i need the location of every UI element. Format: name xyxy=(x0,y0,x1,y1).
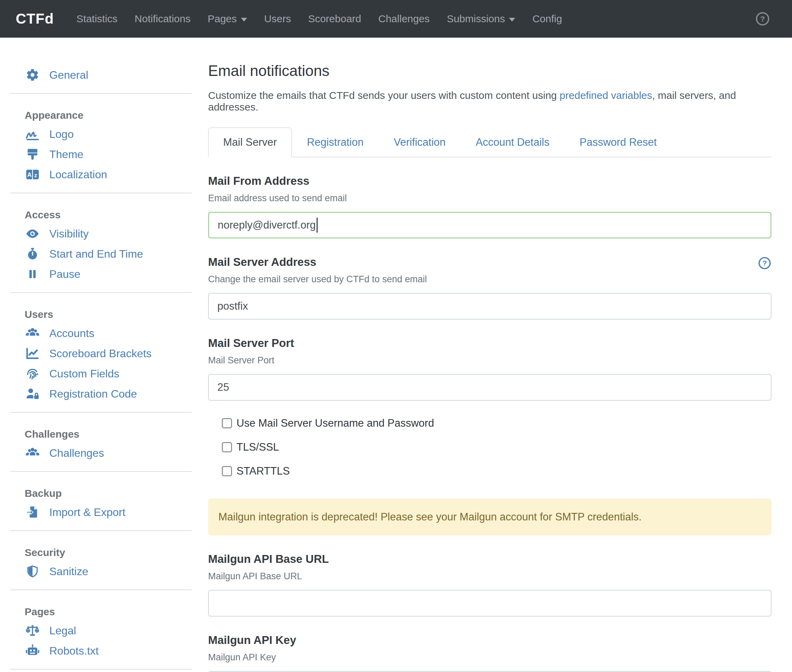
gear-icon xyxy=(25,68,40,82)
field-help-text: Mail Server Port xyxy=(208,355,771,366)
field-label: Mail From Address xyxy=(208,174,771,187)
page-title: Email notifications xyxy=(208,62,771,79)
checkbox-icon[interactable] xyxy=(222,442,232,452)
user-lock-icon xyxy=(25,387,40,401)
sidebar-item-legal[interactable]: Legal xyxy=(10,623,192,638)
tab-account-details[interactable]: Account Details xyxy=(461,127,564,157)
top-navbar: CTFd Statistics Notifications Pages User… xyxy=(0,0,792,38)
balance-scale-icon xyxy=(25,623,40,638)
signature-icon xyxy=(25,127,40,141)
help-question-circle-icon[interactable]: ? xyxy=(758,256,771,270)
sidebar-header-pages: Pages xyxy=(10,606,192,618)
nav-item-scoreboard[interactable]: Scoreboard xyxy=(308,13,361,25)
checkbox-icon[interactable] xyxy=(222,466,232,476)
nav-item-submissions[interactable]: Submissions xyxy=(447,13,515,25)
svg-text:z: z xyxy=(34,172,37,179)
shield-icon xyxy=(25,564,40,579)
sidebar-item-localization[interactable]: Az Localization xyxy=(10,167,192,182)
sidebar-header-backup: Backup xyxy=(10,488,192,499)
sidebar-item-custom-fields[interactable]: Custom Fields xyxy=(10,366,192,381)
tab-verification[interactable]: Verification xyxy=(378,127,461,157)
nav-item-pages[interactable]: Pages xyxy=(208,13,247,25)
sidebar-item-scoreboard-brackets[interactable]: Scoreboard Brackets xyxy=(10,346,192,361)
mail-options-checkboxes: Use Mail Server Username and Password TL… xyxy=(222,417,771,477)
field-help-text: Change the email server used by CTFd to … xyxy=(208,274,771,285)
sidebar-header-access: Access xyxy=(10,209,192,221)
pause-icon xyxy=(25,267,40,281)
users-icon xyxy=(25,446,40,460)
main-content: Email notifications Customize the emails… xyxy=(197,38,792,672)
fingerprint-icon xyxy=(25,366,40,381)
field-label: Mail Server Address xyxy=(208,256,316,269)
sidebar-divider xyxy=(10,471,192,472)
sidebar-item-general[interactable]: General xyxy=(10,68,192,82)
sidebar-header-appearance: Appearance xyxy=(10,109,192,121)
field-label: Mailgun API Base URL xyxy=(208,553,771,566)
mail-from-address-input[interactable]: noreply@diverctf.org xyxy=(208,212,771,238)
field-help-text: Mailgun API Base URL xyxy=(208,571,771,582)
tab-registration[interactable]: Registration xyxy=(292,127,378,157)
sidebar-item-theme[interactable]: Theme xyxy=(10,147,192,162)
svg-text:?: ? xyxy=(760,14,765,23)
sidebar-item-start-end-time[interactable]: Start and End Time xyxy=(10,247,192,261)
sidebar-divider xyxy=(10,530,192,531)
sidebar-item-registration-code[interactable]: Registration Code xyxy=(10,387,192,401)
sidebar-item-robots-txt[interactable]: Robots.txt xyxy=(10,643,192,658)
sidebar-item-sanitize[interactable]: Sanitize xyxy=(10,564,192,579)
users-icon xyxy=(25,326,40,341)
nav-item-users[interactable]: Users xyxy=(264,13,291,25)
field-help-text: Email address used to send email xyxy=(208,193,771,203)
field-help-text: Mailgun API Key xyxy=(208,652,771,663)
sidebar-header-users: Users xyxy=(10,309,192,320)
mailgun-api-base-url-input[interactable] xyxy=(208,590,771,616)
field-mailgun-api-key: Mailgun API Key Mailgun API Key xyxy=(208,634,771,672)
nav-item-statistics[interactable]: Statistics xyxy=(76,13,117,25)
sidebar-header-challenges: Challenges xyxy=(10,429,192,440)
sidebar-item-pause[interactable]: Pause xyxy=(10,267,192,281)
robot-icon xyxy=(25,643,40,658)
eye-icon xyxy=(25,227,40,241)
sidebar-divider xyxy=(10,669,192,670)
field-mail-server-address: Mail Server Address ? Change the email s… xyxy=(208,256,771,320)
sidebar-item-challenges[interactable]: Challenges xyxy=(10,446,192,460)
nav-item-notifications[interactable]: Notifications xyxy=(135,13,190,25)
checkbox-row-username-password[interactable]: Use Mail Server Username and Password xyxy=(222,417,771,429)
paint-brush-icon xyxy=(25,147,40,162)
mail-server-port-input[interactable] xyxy=(208,374,771,401)
sidebar-divider xyxy=(10,292,192,293)
svg-text:A: A xyxy=(27,171,32,178)
checkbox-row-tls-ssl[interactable]: TLS/SSL xyxy=(222,441,771,453)
checkbox-icon[interactable] xyxy=(222,418,232,429)
nav-item-challenges[interactable]: Challenges xyxy=(378,13,430,25)
svg-text:?: ? xyxy=(763,259,767,267)
mail-server-address-input[interactable] xyxy=(208,293,771,320)
tab-mail-server[interactable]: Mail Server xyxy=(208,127,292,157)
field-mail-server-port: Mail Server Port Mail Server Port xyxy=(208,337,771,401)
ctfd-brand[interactable]: CTFd xyxy=(16,11,54,27)
field-mail-from-address: Mail From Address Email address used to … xyxy=(208,174,771,238)
sidebar-item-import-export[interactable]: Import & Export xyxy=(10,505,192,519)
sidebar-divider xyxy=(10,93,192,94)
sidebar-divider xyxy=(10,193,192,193)
checkbox-row-starttls[interactable]: STARTTLS xyxy=(222,465,771,477)
sidebar-item-logo[interactable]: Logo xyxy=(10,127,192,141)
field-label: Mailgun API Key xyxy=(208,634,771,647)
sidebar-divider xyxy=(10,412,192,413)
email-settings-tabs: Mail Server Registration Verification Ac… xyxy=(208,127,771,157)
tab-password-reset[interactable]: Password Reset xyxy=(564,127,672,157)
mailgun-deprecated-alert: Mailgun integration is deprecated! Pleas… xyxy=(208,499,771,536)
sidebar-item-accounts[interactable]: Accounts xyxy=(10,326,192,341)
help-question-circle-icon[interactable]: ? xyxy=(755,11,770,26)
page-subtitle: Customize the emails that CTFd sends you… xyxy=(208,90,771,113)
sidebar-header-security: Security xyxy=(10,547,192,558)
sidebar-item-visibility[interactable]: Visibility xyxy=(10,227,192,241)
predefined-variables-link[interactable]: predefined variables xyxy=(560,90,652,101)
field-label: Mail Server Port xyxy=(208,337,771,350)
chart-line-icon xyxy=(25,346,40,361)
text-cursor xyxy=(317,218,317,233)
chevron-down-icon xyxy=(241,18,247,22)
field-mailgun-api-base-url: Mailgun API Base URL Mailgun API Base UR… xyxy=(208,553,771,616)
chevron-down-icon xyxy=(509,18,515,22)
nav-item-config[interactable]: Config xyxy=(532,13,562,25)
file-export-icon xyxy=(25,505,40,519)
